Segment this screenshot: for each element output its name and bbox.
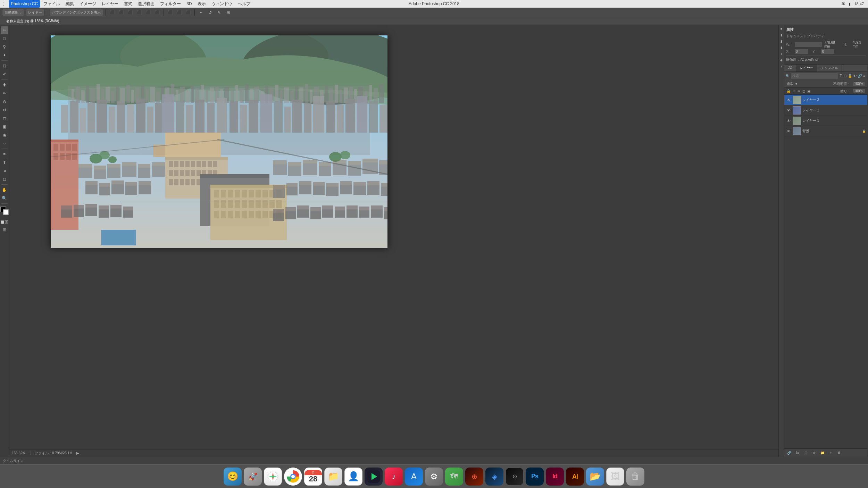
filter-visible-btn[interactable]: 👁 xyxy=(853,73,857,79)
dock-launchpad-icon[interactable]: 🚀 xyxy=(244,468,262,486)
history-icon-btn[interactable]: ◆ xyxy=(779,58,784,62)
distribute-left-btn[interactable]: ⬛ xyxy=(166,9,174,16)
layers-icon-btn[interactable]: ▮ xyxy=(779,33,784,37)
path-selection-tool[interactable]: ◂ xyxy=(1,167,8,175)
align-middle-btn[interactable]: ⬛ xyxy=(144,9,152,16)
zoom-tool[interactable]: 🔍 xyxy=(1,194,8,202)
dock-finder2-icon[interactable]: 📁 xyxy=(324,468,342,486)
dock-folder2-icon[interactable]: 📂 xyxy=(586,468,604,486)
warp-btn[interactable]: ⌖ xyxy=(197,9,205,16)
menu-type[interactable]: 書式 xyxy=(122,0,134,8)
menu-edit[interactable]: 編集 xyxy=(64,0,76,8)
marquee-tool[interactable]: □ xyxy=(1,35,8,42)
opacity-input[interactable] xyxy=(853,81,865,86)
layer-item-bg[interactable]: 👁 背景 🔒 xyxy=(784,126,867,136)
clone-tool[interactable]: ⊙ xyxy=(1,98,8,106)
menu-window[interactable]: ウィンドウ xyxy=(209,0,234,8)
dock-calendar-icon[interactable]: 日 28 xyxy=(304,468,322,486)
status-arrow[interactable]: ▶ xyxy=(76,451,79,455)
edit-btn[interactable]: ✎ xyxy=(215,9,223,16)
properties-icon-btn[interactable]: ■ xyxy=(779,26,784,31)
dock-unknown3-icon[interactable]: ⊙ xyxy=(506,468,524,486)
layer-item-2[interactable]: 👁 レイヤー 2 xyxy=(784,105,867,116)
dock-unknown2-icon[interactable]: ◈ xyxy=(485,468,503,486)
eraser-tool[interactable]: ◻ xyxy=(1,115,8,122)
blur-tool[interactable]: ◉ xyxy=(1,131,8,139)
menu-layer[interactable]: レイヤー xyxy=(100,0,120,8)
transform-btn[interactable]: ↺ xyxy=(206,9,214,16)
text-tool[interactable]: T xyxy=(1,159,8,166)
menu-select[interactable]: 選択範囲 xyxy=(136,0,157,8)
filter-linked-btn[interactable]: 🔗 xyxy=(858,73,862,79)
menu-photoshop[interactable]: Photoshop CC xyxy=(9,0,40,8)
hand-tool[interactable]: ✋ xyxy=(1,186,8,194)
type-icon-btn[interactable]: T xyxy=(779,51,784,56)
layer-item-3[interactable]: 👁 レイヤー 3 xyxy=(784,95,867,105)
dock-prefs-icon[interactable]: ⚙ xyxy=(425,468,443,486)
align-bottom-btn[interactable]: ⬛ xyxy=(153,9,161,16)
layer-search-input[interactable] xyxy=(791,73,838,79)
screen-mode-btn[interactable]: F xyxy=(5,220,8,224)
tab-channels[interactable]: チャンネル xyxy=(817,65,842,71)
extras-tool[interactable]: ⊞ xyxy=(1,226,8,234)
shape-tool[interactable]: ◻ xyxy=(1,175,8,183)
adjustments-icon-btn[interactable]: ▮ xyxy=(779,39,784,44)
layer-3-eye[interactable]: 👁 xyxy=(786,97,791,103)
new-fill-btn[interactable]: ⊕ xyxy=(811,450,818,456)
menu-file[interactable]: ファイル xyxy=(41,0,62,8)
distribute-right-btn[interactable]: ⬛ xyxy=(184,9,192,16)
filter-type-btn[interactable]: T xyxy=(839,73,842,79)
x-input[interactable] xyxy=(794,49,808,54)
bounding-box-btn[interactable]: バウンディングボックスを表示 xyxy=(50,9,103,16)
tab-3d[interactable]: 3D xyxy=(784,65,796,71)
add-mask-btn[interactable]: ⊡ xyxy=(802,450,809,456)
eyedropper-tool[interactable]: ✐ xyxy=(1,70,8,78)
dock-id-icon[interactable]: Id xyxy=(546,468,564,486)
menu-filter[interactable]: フィルター xyxy=(158,0,183,8)
move-tool[interactable]: ⇦ xyxy=(1,26,8,34)
tool-mode-btn[interactable]: 自動選択： xyxy=(2,9,24,16)
lasso-tool[interactable]: ⚲ xyxy=(1,43,8,51)
healing-tool[interactable]: ✚ xyxy=(1,81,8,89)
pen-tool[interactable]: ✒ xyxy=(1,150,8,158)
info-icon-btn[interactable]: i xyxy=(779,64,784,69)
quick-mask-btn[interactable]: Q xyxy=(1,220,4,224)
layer-item-1[interactable]: 👁 レイヤー 1 xyxy=(784,116,867,126)
crop-tool[interactable]: ⊡ xyxy=(1,62,8,70)
dock-unknown1-icon[interactable]: ⊕ xyxy=(465,468,483,486)
brush-tool[interactable]: ✏ xyxy=(1,90,8,97)
layer-menu-btn[interactable]: ≡ xyxy=(863,73,866,79)
dock-chrome-icon[interactable] xyxy=(284,468,302,486)
gradient-tool[interactable]: ▣ xyxy=(1,123,8,131)
align-top-btn[interactable]: ⬛ xyxy=(135,9,143,16)
dock-maps-icon[interactable]: 🗺 xyxy=(445,468,463,486)
background-color[interactable] xyxy=(3,209,9,215)
history-brush-tool[interactable]: ↺ xyxy=(1,106,8,114)
dock-fcpx-icon[interactable] xyxy=(365,468,383,486)
dock-contacts-icon[interactable]: 👤 xyxy=(344,468,362,486)
delete-layer-btn[interactable]: 🗑 xyxy=(836,450,843,456)
layer-bg-eye[interactable]: 👁 xyxy=(786,128,791,134)
dock-photos-icon[interactable]: 🖼 xyxy=(606,468,624,486)
dock-finder-icon[interactable]: 😊 xyxy=(224,468,242,486)
distribute-center-btn[interactable]: ⬛ xyxy=(175,9,183,16)
menu-help[interactable]: ヘルプ xyxy=(236,0,252,8)
styles-icon-btn[interactable]: ▮ xyxy=(779,45,784,50)
menu-image[interactable]: イメージ xyxy=(77,0,98,8)
dock-ai-icon[interactable]: Ai xyxy=(566,468,584,486)
y-input[interactable] xyxy=(821,49,835,54)
new-group-btn[interactable]: 📁 xyxy=(819,450,826,456)
link-layers-btn[interactable]: 🔗 xyxy=(786,450,793,456)
tab-layers[interactable]: レイヤー xyxy=(796,65,817,71)
align-left-btn[interactable]: ⬛ xyxy=(108,9,116,16)
dock-safari-icon[interactable] xyxy=(264,468,282,486)
align-center-btn[interactable]: ⬛ xyxy=(117,9,125,16)
filter-lock-btn[interactable]: 🔒 xyxy=(848,73,852,79)
menu-view[interactable]: 表示 xyxy=(195,0,208,8)
layer-2-eye[interactable]: 👁 xyxy=(786,108,791,113)
dock-trash-icon[interactable]: 🗑 xyxy=(626,468,644,486)
fill-input[interactable] xyxy=(853,89,865,94)
dock-appstore-icon[interactable]: A xyxy=(405,468,423,486)
dodge-tool[interactable]: ○ xyxy=(1,140,8,147)
width-input[interactable] xyxy=(794,42,822,47)
